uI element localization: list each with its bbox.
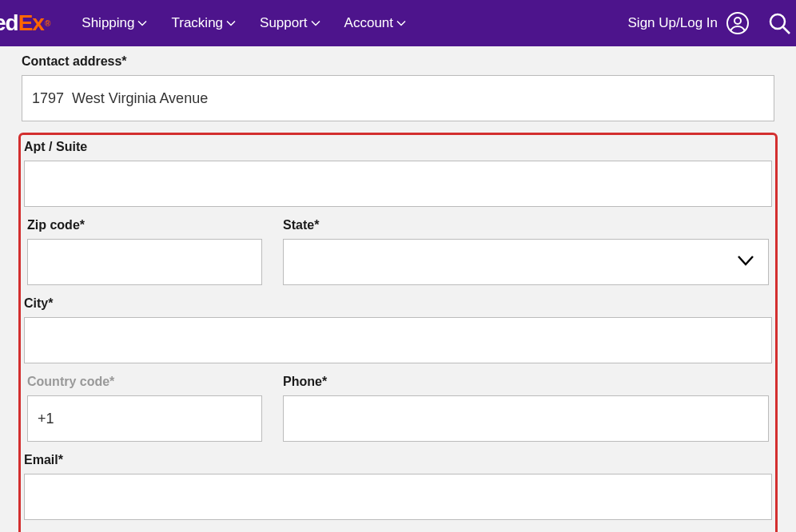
signup-login-link[interactable]: Sign Up/Log In (628, 15, 718, 31)
fedex-logo[interactable]: edEx® (0, 10, 50, 36)
city-group: City* (21, 296, 775, 363)
svg-line-3 (783, 27, 790, 34)
email-label: Email* (24, 453, 772, 467)
zip-input[interactable] (27, 239, 262, 285)
svg-point-1 (734, 18, 741, 24)
state-select[interactable] (283, 239, 769, 285)
logo-dot: ® (45, 19, 50, 28)
phone-row: Country code* Phone* (21, 375, 775, 453)
phone-input[interactable] (283, 395, 769, 442)
city-input[interactable] (24, 317, 772, 363)
phone-group: Phone* (280, 375, 772, 442)
nav-shipping-label: Shipping (82, 15, 134, 31)
apt-suite-label: Apt / Suite (24, 140, 772, 154)
chevron-down-icon (137, 18, 147, 28)
apt-suite-input[interactable] (24, 161, 772, 207)
zip-label: Zip code* (27, 218, 262, 232)
chevron-down-icon (226, 18, 236, 28)
nav-support[interactable]: Support (260, 15, 320, 31)
country-code-input[interactable] (27, 395, 262, 442)
user-icon[interactable] (726, 11, 750, 35)
city-label: City* (24, 296, 772, 311)
email-input[interactable] (24, 474, 772, 520)
search-icon[interactable] (767, 11, 791, 35)
svg-point-2 (770, 14, 785, 29)
email-group: Email* (21, 453, 775, 520)
main-nav: Shipping Tracking Support Account (82, 15, 406, 31)
state-label: State* (283, 218, 769, 232)
form-container: Contact address* Apt / Suite Zip code* S… (0, 46, 796, 532)
logo-ex-text: Ex (18, 10, 44, 36)
nav-tracking[interactable]: Tracking (171, 15, 236, 31)
nav-support-label: Support (260, 15, 308, 31)
country-code-group: Country code* (24, 375, 265, 442)
state-group: State* (280, 218, 772, 285)
top-nav-header: edEx® Shipping Tracking Support Account (0, 0, 796, 46)
contact-address-group: Contact address* (22, 54, 774, 121)
nav-tracking-label: Tracking (171, 15, 223, 31)
nav-shipping[interactable]: Shipping (82, 15, 147, 31)
zip-state-row: Zip code* State* (21, 218, 775, 296)
state-select-wrapper (283, 239, 769, 285)
chevron-down-icon (396, 18, 406, 28)
country-code-label: Country code* (27, 375, 262, 389)
header-right: Sign Up/Log In (628, 11, 796, 35)
contact-address-label: Contact address* (22, 54, 774, 69)
nav-account-label: Account (344, 15, 393, 31)
contact-address-input[interactable] (22, 75, 774, 121)
highlighted-section: Apt / Suite Zip code* State* City* (18, 133, 778, 532)
phone-label: Phone* (283, 375, 769, 389)
chevron-down-icon (311, 18, 320, 28)
nav-account[interactable]: Account (344, 15, 406, 31)
zip-group: Zip code* (24, 218, 265, 285)
logo-fed-text: ed (0, 10, 18, 36)
apt-suite-group: Apt / Suite (21, 140, 775, 207)
